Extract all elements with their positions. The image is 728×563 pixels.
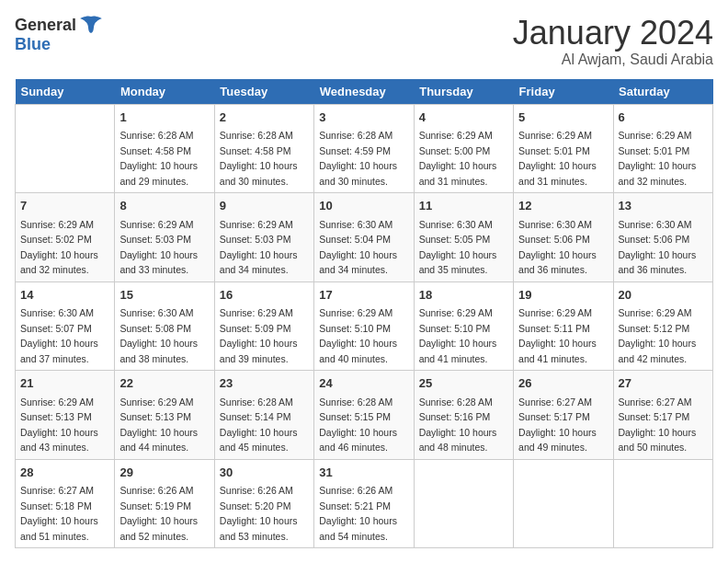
- day-header-sunday: Sunday: [16, 79, 115, 105]
- cell-content: Sunrise: 6:28 AMSunset: 5:14 PMDaylight:…: [220, 396, 298, 454]
- cell-content: Sunrise: 6:28 AMSunset: 4:58 PMDaylight:…: [220, 130, 298, 187]
- calendar-cell: 19 Sunrise: 6:29 AMSunset: 5:11 PMDaylig…: [514, 282, 613, 371]
- cell-content: Sunrise: 6:30 AMSunset: 5:06 PMDaylight:…: [518, 219, 597, 276]
- day-number: 29: [119, 464, 209, 482]
- calendar-cell: 31 Sunrise: 6:26 AMSunset: 5:21 PMDaylig…: [314, 459, 414, 548]
- logo-text-general: General: [15, 16, 76, 35]
- day-number: 10: [319, 197, 408, 215]
- cell-content: Sunrise: 6:30 AMSunset: 5:05 PMDaylight:…: [419, 219, 497, 276]
- week-row-2: 7 Sunrise: 6:29 AMSunset: 5:02 PMDayligh…: [16, 193, 713, 282]
- day-number: 30: [220, 464, 309, 482]
- cell-content: Sunrise: 6:27 AMSunset: 5:17 PMDaylight:…: [619, 396, 697, 454]
- cell-content: Sunrise: 6:29 AMSunset: 5:13 PMDaylight:…: [20, 396, 98, 454]
- cell-content: Sunrise: 6:28 AMSunset: 4:58 PMDaylight:…: [119, 130, 198, 187]
- cell-content: Sunrise: 6:29 AMSunset: 5:00 PMDaylight:…: [419, 130, 497, 187]
- day-number: 13: [619, 197, 708, 215]
- calendar-cell: 9 Sunrise: 6:29 AMSunset: 5:03 PMDayligh…: [214, 193, 313, 282]
- day-number: 15: [119, 286, 209, 304]
- day-number: 20: [619, 286, 708, 304]
- day-header-monday: Monday: [115, 79, 214, 105]
- calendar-cell: 30 Sunrise: 6:26 AMSunset: 5:20 PMDaylig…: [214, 459, 313, 548]
- cell-content: Sunrise: 6:29 AMSunset: 5:02 PMDaylight:…: [20, 219, 98, 276]
- calendar-cell: 15 Sunrise: 6:30 AMSunset: 5:08 PMDaylig…: [115, 282, 214, 371]
- days-header-row: SundayMondayTuesdayWednesdayThursdayFrid…: [16, 79, 713, 105]
- calendar-cell: 20 Sunrise: 6:29 AMSunset: 5:12 PMDaylig…: [613, 282, 712, 371]
- cell-content: Sunrise: 6:29 AMSunset: 5:09 PMDaylight:…: [220, 307, 298, 364]
- day-header-wednesday: Wednesday: [314, 79, 414, 105]
- logo-wordmark: General Blue: [15, 15, 104, 54]
- day-number: 14: [20, 286, 109, 304]
- calendar-cell: 6 Sunrise: 6:29 AMSunset: 5:01 PMDayligh…: [613, 104, 712, 193]
- cell-content: Sunrise: 6:29 AMSunset: 5:03 PMDaylight:…: [119, 219, 198, 276]
- week-row-1: 1 Sunrise: 6:28 AMSunset: 4:58 PMDayligh…: [16, 104, 713, 193]
- calendar-cell: 27 Sunrise: 6:27 AMSunset: 5:17 PMDaylig…: [613, 371, 712, 460]
- cell-content: Sunrise: 6:28 AMSunset: 4:59 PMDaylight:…: [319, 130, 397, 187]
- day-header-tuesday: Tuesday: [214, 79, 313, 105]
- day-number: 2: [220, 109, 309, 127]
- calendar-cell: 17 Sunrise: 6:29 AMSunset: 5:10 PMDaylig…: [314, 282, 414, 371]
- logo-text-blue: Blue: [15, 35, 51, 54]
- calendar-cell: 26 Sunrise: 6:27 AMSunset: 5:17 PMDaylig…: [514, 371, 613, 460]
- day-number: 18: [419, 286, 508, 304]
- calendar-cell: 23 Sunrise: 6:28 AMSunset: 5:14 PMDaylig…: [214, 371, 313, 460]
- day-number: 1: [119, 109, 209, 127]
- calendar-cell: [514, 459, 613, 548]
- day-number: 16: [220, 286, 309, 304]
- day-number: 6: [619, 109, 708, 127]
- calendar-cell: 4 Sunrise: 6:29 AMSunset: 5:00 PMDayligh…: [414, 104, 513, 193]
- calendar-cell: 16 Sunrise: 6:29 AMSunset: 5:09 PMDaylig…: [214, 282, 313, 371]
- day-number: 23: [220, 374, 309, 393]
- calendar-cell: 10 Sunrise: 6:30 AMSunset: 5:04 PMDaylig…: [314, 193, 414, 282]
- calendar-cell: [16, 104, 115, 193]
- calendar-cell: 1 Sunrise: 6:28 AMSunset: 4:58 PMDayligh…: [115, 104, 214, 193]
- day-header-friday: Friday: [514, 79, 613, 105]
- cell-content: Sunrise: 6:28 AMSunset: 5:16 PMDaylight:…: [419, 396, 497, 454]
- calendar-cell: 28 Sunrise: 6:27 AMSunset: 5:18 PMDaylig…: [16, 459, 115, 548]
- cell-content: Sunrise: 6:29 AMSunset: 5:10 PMDaylight:…: [319, 307, 397, 364]
- calendar-cell: 13 Sunrise: 6:30 AMSunset: 5:06 PMDaylig…: [613, 193, 712, 282]
- calendar-table: SundayMondayTuesdayWednesdayThursdayFrid…: [15, 79, 713, 549]
- cell-content: Sunrise: 6:29 AMSunset: 5:11 PMDaylight:…: [518, 307, 597, 364]
- day-number: 22: [119, 374, 209, 393]
- logo: General Blue: [15, 15, 104, 54]
- calendar-cell: 22 Sunrise: 6:29 AMSunset: 5:13 PMDaylig…: [115, 371, 214, 460]
- page-header: General Blue January 2024 Al Awjam, Saud…: [15, 15, 713, 68]
- cell-content: Sunrise: 6:30 AMSunset: 5:07 PMDaylight:…: [20, 307, 98, 364]
- week-row-5: 28 Sunrise: 6:27 AMSunset: 5:18 PMDaylig…: [16, 459, 713, 548]
- day-number: 24: [319, 374, 408, 393]
- calendar-cell: 11 Sunrise: 6:30 AMSunset: 5:05 PMDaylig…: [414, 193, 513, 282]
- calendar-cell: 18 Sunrise: 6:29 AMSunset: 5:10 PMDaylig…: [414, 282, 513, 371]
- calendar-cell: 5 Sunrise: 6:29 AMSunset: 5:01 PMDayligh…: [514, 104, 613, 193]
- week-row-3: 14 Sunrise: 6:30 AMSunset: 5:07 PMDaylig…: [16, 282, 713, 371]
- day-number: 7: [20, 197, 109, 215]
- day-number: 25: [419, 374, 508, 393]
- month-title: January 2024: [513, 15, 713, 52]
- week-row-4: 21 Sunrise: 6:29 AMSunset: 5:13 PMDaylig…: [16, 371, 713, 460]
- cell-content: Sunrise: 6:29 AMSunset: 5:13 PMDaylight:…: [119, 396, 198, 454]
- logo-bird-icon: [78, 15, 104, 35]
- cell-content: Sunrise: 6:27 AMSunset: 5:17 PMDaylight:…: [518, 396, 597, 454]
- day-header-saturday: Saturday: [613, 79, 712, 105]
- cell-content: Sunrise: 6:30 AMSunset: 5:06 PMDaylight:…: [619, 219, 697, 276]
- cell-content: Sunrise: 6:30 AMSunset: 5:04 PMDaylight:…: [319, 219, 397, 276]
- cell-content: Sunrise: 6:30 AMSunset: 5:08 PMDaylight:…: [119, 307, 198, 364]
- day-number: 17: [319, 286, 408, 304]
- calendar-cell: 7 Sunrise: 6:29 AMSunset: 5:02 PMDayligh…: [16, 193, 115, 282]
- cell-content: Sunrise: 6:29 AMSunset: 5:10 PMDaylight:…: [419, 307, 497, 364]
- cell-content: Sunrise: 6:26 AMSunset: 5:20 PMDaylight:…: [220, 485, 298, 542]
- calendar-cell: [613, 459, 712, 548]
- day-number: 12: [518, 197, 608, 215]
- cell-content: Sunrise: 6:29 AMSunset: 5:01 PMDaylight:…: [619, 130, 697, 187]
- day-number: 26: [518, 374, 608, 393]
- calendar-cell: 25 Sunrise: 6:28 AMSunset: 5:16 PMDaylig…: [414, 371, 513, 460]
- day-number: 11: [419, 197, 508, 215]
- day-number: 8: [119, 197, 209, 215]
- day-number: 31: [319, 464, 408, 482]
- day-header-thursday: Thursday: [414, 79, 513, 105]
- title-block: January 2024 Al Awjam, Saudi Arabia: [513, 15, 713, 68]
- calendar-cell: 29 Sunrise: 6:26 AMSunset: 5:19 PMDaylig…: [115, 459, 214, 548]
- calendar-cell: 14 Sunrise: 6:30 AMSunset: 5:07 PMDaylig…: [16, 282, 115, 371]
- day-number: 27: [619, 374, 708, 393]
- day-number: 9: [220, 197, 309, 215]
- day-number: 5: [518, 109, 608, 127]
